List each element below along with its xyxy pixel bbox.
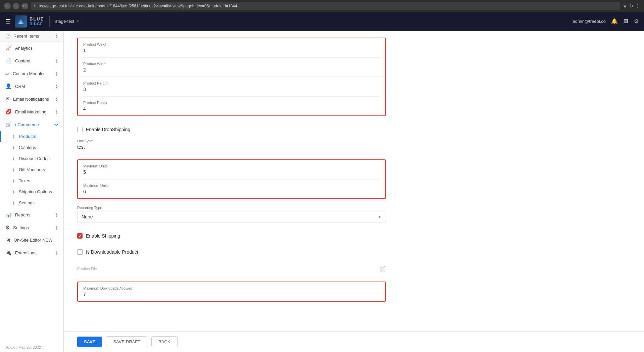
enable-dropshipping-checkbox[interactable]	[77, 127, 83, 132]
sidebar-sub-item-gift-vouchers[interactable]: ❯ Gift Vouchers	[0, 164, 63, 175]
back-button[interactable]: BACK	[151, 336, 177, 347]
analytics-icon: 📈	[5, 45, 12, 51]
sidebar-sub-item-settings[interactable]: ❯ Settings	[0, 197, 63, 208]
unit-type-value: test	[77, 144, 386, 150]
taxes-sub-chevron: ❯	[12, 179, 15, 183]
sidebar-sub-item-discount-codes[interactable]: ❯ Discount Codes	[0, 153, 63, 164]
product-height-value: 3	[83, 87, 380, 92]
bookmark-icon[interactable]: ★	[623, 3, 627, 9]
custom-modules-icon: ▱	[5, 70, 9, 77]
browser-forward-btn[interactable]: →	[13, 3, 19, 9]
product-depth-value: 4	[83, 106, 380, 111]
url-bar[interactable]: https://stage-test.trialsite.co/admin/mo…	[31, 2, 620, 10]
units-group: Minimum Units 5 Maximum Units 6	[77, 159, 386, 199]
browser-controls: ← → ⟳	[4, 3, 28, 9]
save-draft-button[interactable]: SAVE DRAFT	[106, 336, 147, 347]
sidebar-item-on-site-editor[interactable]: 🖥 On-Site Editor NEW	[0, 234, 63, 246]
product-weight-value: 1	[83, 48, 380, 53]
recent-items-label: Recent Items	[13, 34, 39, 39]
header-divider	[49, 16, 50, 27]
maximum-downloads-value: 7	[83, 292, 380, 297]
settings-icon[interactable]: ⚙	[634, 18, 639, 24]
app-body: 🕐 Recent Items ❯ 📈 Analytics 📄 Content ❯…	[0, 31, 644, 352]
product-weight-field: Product Weight 1	[78, 38, 385, 57]
extensions-chevron: ❯	[55, 251, 58, 255]
content-area: Product Weight 1 Product Width 2 Product…	[64, 31, 399, 342]
enable-dropshipping-row[interactable]: Enable DropShipping	[77, 123, 386, 136]
notification-icon[interactable]: 🔔	[611, 18, 618, 24]
main-content: Product Weight 1 Product Width 2 Product…	[64, 31, 644, 352]
save-bar: SAVE SAVE DRAFT BACK	[64, 331, 644, 352]
reports-chevron: ❯	[55, 213, 58, 217]
browser-reload-btn[interactable]: ⟳	[21, 3, 28, 9]
crm-label: CRM	[15, 84, 25, 89]
maximum-downloads-label: Maximum Downloads Allowed	[83, 286, 380, 290]
image-icon[interactable]: 🖼	[623, 18, 629, 24]
ecommerce-settings-sub-chevron: ❯	[12, 201, 15, 205]
product-width-label: Product Width	[83, 62, 380, 66]
product-depth-field: Product Depth 4	[78, 97, 385, 115]
browser-chrome: ← → ⟳ https://stage-test.trialsite.co/ad…	[0, 0, 644, 12]
extensions-label: Extensions	[15, 250, 37, 255]
reports-label: Reports	[15, 212, 31, 217]
more-icon[interactable]: ⋮	[635, 3, 640, 9]
sidebar-item-crm[interactable]: 👤 CRM ❯	[0, 80, 63, 93]
extensions-icon: 🔌	[5, 250, 12, 256]
settings-label: Settings	[13, 225, 29, 230]
content-chevron: ❯	[55, 59, 58, 63]
sidebar-item-email-marketing[interactable]: 💋 Email Marketing ❯	[0, 105, 63, 118]
sidebar-sub-item-shipping-options[interactable]: ❯ Shipping Options	[0, 186, 63, 197]
sidebar-item-settings[interactable]: ⚙ Settings ❯	[0, 221, 63, 234]
browser-actions: ★ ↻ ⋮	[623, 3, 640, 9]
minimum-units-field: Minimum Units 5	[78, 160, 385, 179]
crm-icon: 👤	[5, 83, 12, 89]
on-site-editor-label: On-Site Editor NEW	[14, 238, 53, 243]
sidebar-item-extensions[interactable]: 🔌 Extensions ❯	[0, 246, 63, 259]
product-height-field: Product Height 3	[78, 77, 385, 96]
maximum-units-value: 6	[83, 189, 380, 194]
sidebar-sub-item-products[interactable]: ❯ Products	[0, 131, 63, 142]
refresh-icon[interactable]: ↻	[629, 3, 633, 9]
enable-shipping-row[interactable]: Enable Shipping	[77, 229, 386, 243]
product-height-label: Product Height	[83, 81, 380, 85]
browser-back-btn[interactable]: ←	[4, 3, 11, 9]
reports-icon: 📊	[5, 212, 12, 218]
minimum-units-value: 5	[83, 169, 380, 175]
sidebar-item-email-notifications[interactable]: ✉ Email Notifications ❯	[0, 93, 63, 105]
is-downloadable-row[interactable]: Is Downloadable Product	[77, 245, 386, 259]
catalogs-sub-chevron: ❯	[12, 146, 15, 149]
sidebar-recent-items[interactable]: 🕐 Recent Items ❯	[0, 31, 63, 42]
email-notifications-chevron: ❯	[55, 97, 58, 101]
header-right: admin@treepl.co 🔔 🖼 ⚙	[573, 18, 639, 24]
content-label: Content	[15, 58, 31, 63]
sidebar-item-custom-modules[interactable]: ▱ Custom Modules ❯	[0, 67, 63, 80]
url-text: https://stage-test.trialsite.co/admin/mo…	[34, 4, 237, 8]
recurring-type-arrow: ▼	[378, 214, 382, 219]
product-width-field: Product Width 2	[78, 58, 385, 77]
sidebar-item-ecommerce[interactable]: 🛒 eCommerce ❯	[0, 118, 63, 131]
discount-codes-label: Discount Codes	[19, 156, 50, 161]
crm-chevron: ❯	[55, 84, 58, 89]
sidebar-item-reports[interactable]: 📊 Reports ❯	[0, 208, 63, 221]
save-button[interactable]: SAVE	[77, 337, 102, 347]
admin-email: admin@treepl.co	[573, 19, 606, 24]
sidebar-item-content[interactable]: 📄 Content ❯	[0, 54, 63, 67]
file-upload-icon[interactable]: 📄	[379, 265, 386, 272]
version-info: v6.6.0 / May 20, 2022	[0, 343, 63, 352]
recurring-type-dropdown[interactable]: None ▼	[77, 211, 386, 222]
app-header: ☰ BLUE ridge stage-test ↗ admin@treepl.c…	[0, 12, 644, 31]
sidebar-sub-item-taxes[interactable]: ❯ Taxes	[0, 175, 63, 186]
discount-codes-sub-chevron: ❯	[12, 157, 15, 160]
maximum-units-label: Maximum Units	[83, 184, 380, 188]
sidebar-item-analytics[interactable]: 📈 Analytics	[0, 42, 63, 54]
external-link-icon[interactable]: ↗	[76, 19, 79, 23]
menu-toggle-icon[interactable]: ☰	[5, 18, 11, 25]
sidebar-sub-item-catalogs[interactable]: ❯ Catalogs	[0, 142, 63, 153]
site-name: stage-test	[55, 19, 74, 24]
recurring-type-value: None	[82, 214, 93, 219]
is-downloadable-checkbox[interactable]	[77, 249, 83, 255]
logo-text: BLUE ridge	[30, 16, 44, 26]
catalogs-label: Catalogs	[19, 145, 36, 150]
enable-shipping-checkbox[interactable]	[77, 233, 83, 239]
ecommerce-icon: 🛒	[5, 121, 12, 128]
